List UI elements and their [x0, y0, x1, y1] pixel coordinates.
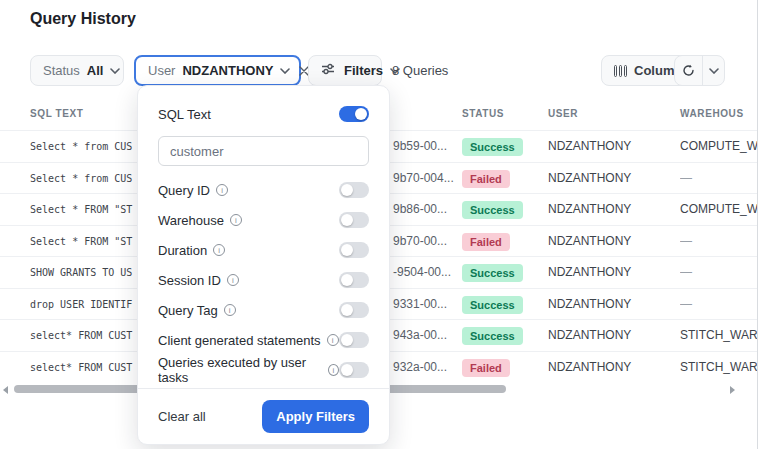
filter-toggle-label: Duration — [158, 243, 207, 258]
warehouse-cell: COMPUTE_W — [680, 202, 757, 216]
filter-toggle-label: Client generated statements — [158, 333, 321, 348]
info-icon: i — [230, 214, 242, 226]
info-icon: i — [224, 304, 236, 316]
filter-toggle[interactable] — [339, 332, 369, 348]
filter-toggle-label: Session ID — [158, 273, 221, 288]
user-cell: NDZANTHONY — [548, 139, 631, 153]
sql-text-toggle[interactable] — [339, 106, 369, 122]
sql-text-cell: Select * FROM "ST — [30, 204, 132, 215]
sql-text-toggle-row: SQL Text — [158, 104, 369, 124]
filter-toggle[interactable] — [339, 302, 369, 318]
filter-toggle-row: Duration i — [158, 242, 369, 258]
filter-toggle-row: Warehouse i — [158, 212, 369, 228]
apply-filters-button[interactable]: Apply Filters — [262, 400, 369, 433]
panel-footer: Clear all Apply Filters — [138, 388, 389, 444]
user-pill-value: NDZANTHONY — [182, 63, 273, 78]
sql-text-cell: Select * from CUS — [30, 172, 132, 183]
filter-toggle-row: Queries executed by user tasks i — [158, 362, 369, 378]
info-icon: i — [216, 184, 228, 196]
status-badge: Failed — [462, 359, 510, 377]
toolbar: Status All User NDZANTHONY — [0, 55, 768, 87]
query-id-cell: 9331-00... — [393, 297, 447, 311]
sliders-icon — [321, 63, 335, 78]
page-title: Query History — [30, 10, 136, 28]
user-filter-pill[interactable]: User NDZANTHONY — [134, 55, 301, 86]
chevron-down-icon — [110, 68, 120, 74]
status-badge: Success — [462, 296, 523, 314]
sql-text-label: SQL Text — [158, 107, 211, 122]
column-header-status: STATUS — [462, 108, 504, 119]
filter-toggle[interactable] — [339, 182, 369, 198]
warehouse-cell: — — [680, 234, 757, 248]
query-count: 8 Queries — [392, 63, 448, 78]
user-cell: NDZANTHONY — [548, 202, 631, 216]
filter-toggle-row: Query ID i — [158, 182, 369, 198]
sql-text-cell: drop USER IDENTIF — [30, 298, 132, 309]
scroll-right-arrow-icon[interactable] — [730, 386, 735, 394]
user-cell: NDZANTHONY — [548, 360, 631, 374]
columns-icon — [614, 65, 627, 77]
column-header-sql-text: SQL TEXT — [30, 108, 84, 119]
query-id-cell: 943a-00... — [393, 328, 447, 342]
warehouse-cell: — — [680, 265, 757, 279]
status-badge: Success — [462, 264, 523, 282]
sql-text-cell: Select * FROM "ST — [30, 235, 132, 246]
chevron-down-icon[interactable] — [280, 68, 290, 74]
sql-text-cell: SHOW GRANTS TO US — [30, 267, 132, 278]
info-icon: i — [327, 334, 339, 346]
status-badge: Failed — [462, 170, 510, 188]
content-right-divider — [757, 0, 758, 449]
clear-all-link[interactable]: Clear all — [158, 409, 206, 424]
refresh-split-button — [674, 55, 725, 86]
query-id-cell: 932a-00... — [393, 360, 447, 374]
status-filter-pill[interactable]: Status All — [30, 55, 124, 86]
warehouse-cell: STITCH_WAR — [680, 328, 757, 342]
column-header-warehouse: WAREHOUS — [680, 108, 744, 119]
column-header-user: USER — [548, 108, 578, 119]
warehouse-cell: COMPUTE_W — [680, 139, 757, 153]
scroll-left-arrow-icon[interactable] — [3, 386, 8, 394]
status-pill-value: All — [87, 63, 104, 78]
info-icon: i — [328, 364, 339, 376]
sql-text-cell: Select * from CUS — [30, 141, 132, 152]
warehouse-cell: — — [680, 297, 757, 311]
info-icon: i — [213, 244, 225, 256]
user-cell: NDZANTHONY — [548, 297, 631, 311]
filter-toggle[interactable] — [339, 242, 369, 258]
status-badge: Success — [462, 327, 523, 345]
warehouse-cell: — — [680, 171, 757, 185]
status-pill-label: Status — [43, 63, 80, 78]
query-id-cell: 9b70-004... — [393, 171, 454, 185]
filters-button-label: Filters — [344, 63, 383, 78]
query-history-page: Query History Status All User NDZANTHONY — [0, 0, 768, 449]
user-cell: NDZANTHONY — [548, 328, 631, 342]
filter-toggle-label: Query Tag — [158, 303, 218, 318]
filter-toggle-label: Queries executed by user tasks — [158, 355, 322, 385]
query-id-cell: 9b86-00... — [393, 202, 447, 216]
refresh-icon[interactable] — [675, 56, 703, 85]
status-badge: Success — [462, 138, 523, 156]
filter-toggle[interactable] — [339, 272, 369, 288]
user-pill-label: User — [148, 63, 175, 78]
filter-toggle-row: Client generated statements i — [158, 332, 369, 348]
sql-text-filter-input[interactable] — [158, 136, 369, 166]
warehouse-cell: STITCH_WAR — [680, 360, 757, 374]
filters-dropdown-panel: SQL Text Query ID i Warehouse i Duration… — [137, 85, 390, 445]
info-icon: i — [227, 274, 239, 286]
filter-toggle[interactable] — [339, 362, 369, 378]
status-badge: Success — [462, 201, 523, 219]
filters-button[interactable]: Filters — [308, 55, 382, 86]
query-id-cell: 9b59-00... — [393, 139, 447, 153]
filter-toggle-label: Warehouse — [158, 213, 224, 228]
filter-toggle-row: Query Tag i — [158, 302, 369, 318]
filter-toggle-label: Query ID — [158, 183, 210, 198]
user-cell: NDZANTHONY — [548, 265, 631, 279]
sql-text-cell: select* FROM CUST — [30, 330, 132, 341]
user-cell: NDZANTHONY — [548, 171, 631, 185]
query-id-cell: -9504-00... — [393, 265, 451, 279]
user-cell: NDZANTHONY — [548, 234, 631, 248]
filter-toggle[interactable] — [339, 212, 369, 228]
sql-text-cell: select* FROM CUST — [30, 361, 132, 372]
refresh-dropdown-chevron[interactable] — [703, 56, 724, 85]
filter-toggle-list: Query ID i Warehouse i Duration i Sessio… — [158, 182, 369, 378]
